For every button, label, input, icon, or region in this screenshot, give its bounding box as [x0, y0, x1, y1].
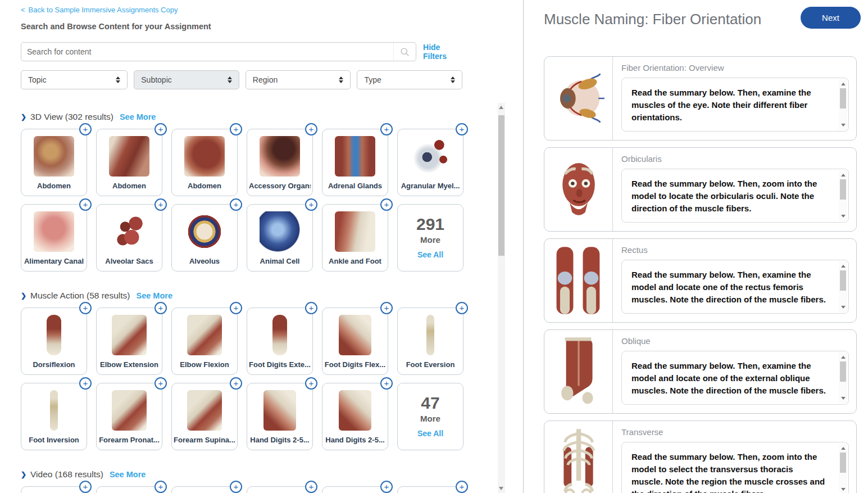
content-card-agranular-myelocyte-cells-model[interactable]: +Agranular Myel...: [397, 129, 463, 196]
add-to-assignment-button[interactable]: +: [305, 481, 317, 493]
content-card-alveolus-model[interactable]: +Alveolus: [171, 204, 238, 272]
content-card-foot-eversion-model[interactable]: +Foot Eversion: [397, 307, 463, 375]
content-card-foot-digits-extension-model[interactable]: +Foot Digits Exte...: [247, 307, 313, 375]
add-to-assignment-button[interactable]: +: [305, 377, 317, 390]
filter-dropdown-subtopic[interactable]: Subtopic: [134, 70, 239, 89]
filter-dropdown-region[interactable]: Region: [246, 70, 351, 89]
add-to-assignment-button[interactable]: +: [230, 123, 242, 135]
add-to-assignment-button[interactable]: +: [154, 302, 167, 314]
add-to-assignment-button[interactable]: +: [79, 481, 92, 493]
scrollbar-down-arrow-icon[interactable]: [841, 215, 846, 218]
filter-dropdown-type[interactable]: Type: [357, 70, 462, 89]
add-to-assignment-button[interactable]: +: [456, 123, 468, 135]
content-card-abdomen-muscles-side-model[interactable]: +Abdomen: [96, 129, 162, 196]
scrollbar-down-arrow-icon[interactable]: [841, 488, 846, 491]
scrollbar-down-arrow-icon[interactable]: [499, 487, 503, 490]
add-to-assignment-button[interactable]: +: [230, 377, 242, 390]
scrollbar-down-arrow-icon[interactable]: [841, 397, 846, 400]
content-card-accessory-organs-model[interactable]: +Accessory Organs: [247, 129, 313, 196]
add-to-assignment-button[interactable]: +: [79, 377, 92, 390]
see-more-link[interactable]: See More: [120, 112, 156, 121]
content-card-abdomen-muscles-front-model[interactable]: +Abdomen: [171, 129, 238, 196]
add-to-assignment-button[interactable]: +: [230, 481, 242, 493]
content-card-alveolar-sacs-model[interactable]: +Alveolar Sacs: [96, 204, 162, 272]
next-button[interactable]: Next: [801, 7, 861, 29]
back-link[interactable]: <Back to Sample Immersive Assignments Co…: [21, 6, 178, 14]
content-card-forearm-pronation-model[interactable]: +Forearm Pronat...: [96, 383, 162, 450]
see-more-link[interactable]: See More: [137, 291, 172, 300]
content-card-hand-digits-2-5-model-2[interactable]: +Hand Digits 2-5...: [322, 383, 388, 450]
content-card-video-thumb-3[interactable]: +: [171, 486, 238, 493]
content-card-video-thumb-5[interactable]: +: [322, 486, 388, 493]
scrollbar-up-arrow-icon[interactable]: [841, 356, 846, 359]
scrollbar-thumb[interactable]: [840, 361, 846, 382]
search-icon[interactable]: [393, 43, 416, 61]
step-instructions-box[interactable]: Read the summary below. Then, zoom into …: [621, 442, 849, 493]
add-to-assignment-button[interactable]: +: [79, 302, 92, 314]
content-card-elbow-extension-model[interactable]: +Elbow Extension: [96, 307, 162, 375]
filter-dropdown-topic[interactable]: Topic: [21, 70, 128, 89]
step-instructions-box[interactable]: Read the summary below. Then, zoom into …: [621, 169, 849, 223]
content-card-video-thumb-2[interactable]: +: [96, 486, 162, 493]
content-card-foot-inversion-model[interactable]: +Foot Inversion: [21, 383, 87, 450]
step-scrollbar[interactable]: [839, 79, 847, 130]
scrollbar-thumb[interactable]: [498, 115, 505, 256]
add-to-assignment-button[interactable]: +: [456, 481, 468, 493]
content-card-adrenal-glands-model[interactable]: +Adrenal Glands: [322, 129, 388, 196]
add-to-assignment-button[interactable]: +: [79, 198, 92, 211]
scrollbar-thumb[interactable]: [840, 179, 846, 200]
scrollbar-thumb[interactable]: [840, 453, 846, 473]
add-to-assignment-button[interactable]: +: [305, 302, 317, 314]
step-instructions-box[interactable]: Read the summary below. Then, examine th…: [621, 260, 849, 314]
step-instructions-box[interactable]: Read the summary below. Then, examine th…: [621, 78, 849, 132]
add-to-assignment-button[interactable]: +: [305, 123, 317, 135]
content-card-animal-cell-model[interactable]: +Animal Cell: [247, 204, 313, 272]
content-card-hand-digits-2-5-model[interactable]: +Hand Digits 2-5...: [247, 383, 313, 450]
scrollbar-down-arrow-icon[interactable]: [841, 124, 846, 126]
chevron-right-icon[interactable]: ❯: [21, 113, 26, 121]
content-card-video-thumb-4[interactable]: +: [247, 486, 313, 493]
see-all-link[interactable]: See All: [398, 429, 463, 438]
step-scrollbar[interactable]: [839, 352, 847, 403]
see-more-link[interactable]: See More: [110, 470, 146, 479]
left-panel-scrollbar[interactable]: [498, 103, 505, 493]
search-input[interactable]: [21, 43, 393, 61]
hide-filters-link[interactable]: Hide Filters: [423, 43, 462, 61]
chevron-right-icon[interactable]: ❯: [21, 292, 26, 300]
step-scrollbar[interactable]: [839, 261, 847, 312]
scrollbar-up-arrow-icon[interactable]: [499, 106, 503, 109]
add-to-assignment-button[interactable]: +: [79, 123, 92, 135]
add-to-assignment-button[interactable]: +: [230, 198, 242, 211]
add-to-assignment-button[interactable]: +: [154, 377, 167, 390]
step-scrollbar[interactable]: [839, 444, 847, 493]
add-to-assignment-button[interactable]: +: [380, 198, 393, 211]
add-to-assignment-button[interactable]: +: [456, 302, 468, 314]
content-card-elbow-flexion-model[interactable]: +Elbow Flexion: [171, 307, 238, 375]
add-to-assignment-button[interactable]: +: [154, 198, 167, 211]
add-to-assignment-button[interactable]: +: [380, 481, 393, 493]
scrollbar-thumb[interactable]: [840, 270, 846, 291]
add-to-assignment-button[interactable]: +: [305, 198, 317, 211]
content-card-alimentary-canal-model[interactable]: +Alimentary Canal: [21, 204, 87, 272]
add-to-assignment-button[interactable]: +: [380, 302, 393, 314]
step-instructions-box[interactable]: Read the summary below. Then, examine th…: [621, 351, 849, 405]
content-card-abdomen-organs-model[interactable]: +Abdomen: [21, 129, 87, 196]
add-to-assignment-button[interactable]: +: [154, 123, 167, 135]
scrollbar-down-arrow-icon[interactable]: [841, 306, 846, 309]
step-scrollbar[interactable]: [839, 170, 847, 221]
scrollbar-up-arrow-icon[interactable]: [841, 174, 846, 177]
content-card-forearm-supination-model[interactable]: +Forearm Supina...: [171, 383, 238, 450]
content-card-video-thumb-1[interactable]: +: [21, 486, 87, 493]
scrollbar-up-arrow-icon[interactable]: [841, 447, 846, 450]
scrollbar-thumb[interactable]: [840, 88, 846, 108]
chevron-right-icon[interactable]: ❯: [21, 471, 26, 478]
content-card-video-thumb-6[interactable]: +: [397, 486, 463, 493]
add-to-assignment-button[interactable]: +: [380, 377, 393, 390]
content-card-foot-digits-flexion-model[interactable]: +Foot Digits Flex...: [322, 307, 388, 375]
content-card-ankle-and-foot-model[interactable]: +Ankle and Foot: [322, 204, 388, 272]
add-to-assignment-button[interactable]: +: [380, 123, 393, 135]
see-all-link[interactable]: See All: [398, 250, 463, 259]
scrollbar-up-arrow-icon[interactable]: [841, 265, 846, 268]
add-to-assignment-button[interactable]: +: [230, 302, 242, 314]
content-card-dorsiflexion-model[interactable]: +Dorsiflexion: [21, 307, 87, 375]
